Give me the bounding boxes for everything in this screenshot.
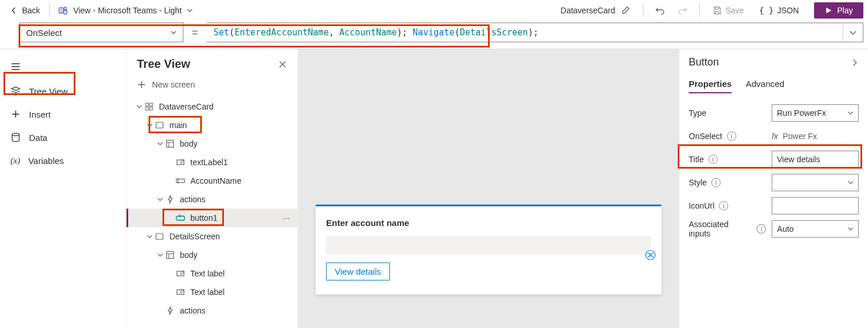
chevron-icon xyxy=(145,122,154,129)
layers-icon xyxy=(10,86,21,96)
save-icon xyxy=(713,6,722,15)
properties-panel: Button PropertiesAdvanced TypeRun PowerF… xyxy=(679,49,868,328)
property-selector[interactable]: OnSelect xyxy=(20,23,183,42)
tree-node-label: body xyxy=(180,250,197,260)
tree-node-label: textLabel1 xyxy=(190,158,228,167)
info-icon[interactable]: i xyxy=(708,155,718,164)
input-error-icon xyxy=(645,249,656,261)
info-icon[interactable]: i xyxy=(719,201,728,210)
tree-node-dataversecard[interactable]: DataverseCard xyxy=(126,97,298,116)
prop-label: Style xyxy=(689,178,707,187)
svg-rect-14 xyxy=(167,252,173,258)
tree-node-label: actions xyxy=(180,306,205,315)
svg-rect-11 xyxy=(176,179,185,183)
formula-bar: OnSelect = Set(EnteredAccountName, Accou… xyxy=(0,21,868,44)
prop-input-title[interactable]: View details xyxy=(772,151,859,168)
edit-icon xyxy=(621,6,630,15)
view-details-button[interactable]: View details xyxy=(326,263,390,280)
textlabel-icon xyxy=(175,287,186,297)
rail-item-variables[interactable]: (x)Variables xyxy=(0,149,126,172)
theme-selector[interactable]: T View - Microsoft Teams - Light xyxy=(55,3,197,18)
prop-select-type[interactable]: Run PowerFx xyxy=(772,104,859,122)
undo-button[interactable] xyxy=(652,2,669,19)
tree-node-body[interactable]: body xyxy=(126,246,298,264)
tree-node-textlabel1[interactable]: textLabel1 xyxy=(126,153,298,172)
svg-rect-5 xyxy=(150,103,153,106)
tree-node-label: DetailsScreen xyxy=(169,232,220,241)
tree-node-label: button1 xyxy=(190,213,218,223)
account-name-input[interactable] xyxy=(326,236,651,254)
prop-row-style: Stylei xyxy=(689,171,859,194)
info-icon[interactable]: i xyxy=(711,178,721,187)
card-preview: Enter account name View details xyxy=(316,205,661,294)
tab-advanced[interactable]: Advanced xyxy=(746,79,784,93)
card-name-editor[interactable]: DataverseCard xyxy=(556,3,635,17)
new-screen-button[interactable]: New screen xyxy=(126,75,298,97)
prop-row-type: TypeRun PowerFx xyxy=(689,101,859,125)
rail-item-tree-view[interactable]: Tree View xyxy=(0,79,126,103)
prop-row-onselect: OnSelectifxPower Fx xyxy=(689,125,859,148)
prop-select-style[interactable] xyxy=(772,174,859,191)
top-command-bar: Back T View - Microsoft Teams - Light Da… xyxy=(0,0,868,21)
chevron-down-icon xyxy=(186,7,193,14)
tab-properties[interactable]: Properties xyxy=(689,79,732,93)
prop-label: Title xyxy=(689,155,704,164)
card-name-label: DataverseCard xyxy=(560,6,615,15)
tree-view-title: Tree View xyxy=(137,57,190,71)
tree-node-actions[interactable]: actions xyxy=(126,301,298,320)
prop-label: Type xyxy=(689,108,706,118)
close-icon[interactable] xyxy=(278,60,287,69)
screen-icon xyxy=(154,121,165,130)
chevron-icon xyxy=(145,233,154,240)
prop-label: OnSelect xyxy=(689,132,722,141)
chevron-down-icon xyxy=(848,226,853,232)
save-label: Save xyxy=(725,6,744,15)
chevron-down-icon xyxy=(848,180,853,185)
formula-expand-button[interactable] xyxy=(842,23,863,42)
plus-icon xyxy=(137,80,146,89)
prop-select-associated-inputs[interactable]: Auto xyxy=(772,220,859,238)
rail-item-label: Tree View xyxy=(29,86,68,96)
tree-list: DataverseCardmainbodytextLabel1AccountNa… xyxy=(126,97,298,328)
tree-node-button1[interactable]: button1··· xyxy=(126,209,298,227)
save-button[interactable]: Save xyxy=(708,3,748,17)
info-icon[interactable]: i xyxy=(757,224,766,234)
tree-node-label: actions xyxy=(180,195,205,204)
hamburger-button[interactable] xyxy=(0,54,126,79)
tree-node-actions[interactable]: actions xyxy=(126,190,298,209)
tree-node-text-label[interactable]: Text label xyxy=(126,264,298,283)
tree-node-main[interactable]: main xyxy=(126,116,298,134)
redo-button[interactable] xyxy=(674,2,691,19)
back-button[interactable]: Back xyxy=(5,3,45,17)
teams-icon: T xyxy=(58,5,68,16)
tree-node-accountname[interactable]: AccountName xyxy=(126,172,298,190)
braces-icon: { } xyxy=(759,6,773,15)
prop-row-associated-inputs: Associated inputsiAuto xyxy=(689,217,859,240)
tree-node-body[interactable]: body xyxy=(126,134,298,153)
prop-fx-onselect[interactable]: fxPower Fx xyxy=(772,132,859,141)
rail-item-insert[interactable]: Insert xyxy=(0,103,126,126)
json-button[interactable]: { } JSON xyxy=(753,3,805,17)
theme-label: View - Microsoft Teams - Light xyxy=(73,6,182,15)
tree-node-detailsscreen[interactable]: DetailsScreen xyxy=(126,227,298,246)
tree-node-text-label[interactable]: Text label xyxy=(126,283,298,301)
chevron-icon xyxy=(155,252,165,258)
chevron-right-icon[interactable] xyxy=(851,59,859,67)
property-selector-value: OnSelect xyxy=(26,28,62,38)
prop-input-iconurl[interactable] xyxy=(772,197,859,214)
play-icon xyxy=(824,6,833,14)
info-icon[interactable]: i xyxy=(727,132,736,141)
divider xyxy=(643,3,643,17)
tree-node-label: Text label xyxy=(190,269,225,278)
play-button[interactable]: Play xyxy=(814,2,863,19)
canvas: Enter account name View details xyxy=(298,49,679,328)
properties-component-name: Button xyxy=(689,56,719,68)
json-label: JSON xyxy=(777,6,798,15)
svg-rect-7 xyxy=(150,107,153,110)
chevron-icon xyxy=(155,140,165,147)
rail-item-data[interactable]: Data xyxy=(0,126,126,149)
more-icon[interactable]: ··· xyxy=(279,213,293,223)
svg-rect-13 xyxy=(156,234,163,239)
rail-item-label: Variables xyxy=(28,156,64,166)
formula-input[interactable]: Set(EnteredAccountName, AccountName); Na… xyxy=(207,23,842,42)
